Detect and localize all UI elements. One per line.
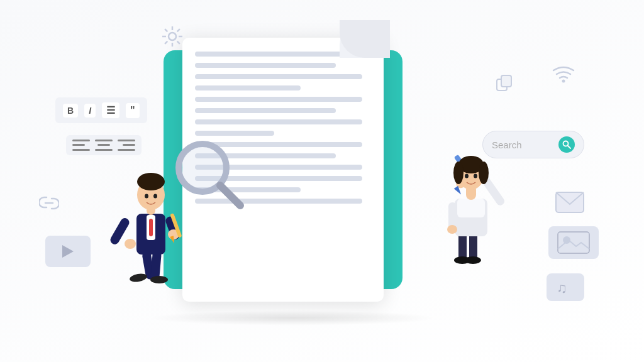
svg-rect-16 bbox=[149, 219, 153, 236]
svg-rect-55 bbox=[558, 232, 589, 253]
italic-button[interactable]: I bbox=[84, 104, 96, 118]
align-left-button[interactable] bbox=[72, 139, 90, 151]
link-icon bbox=[39, 195, 59, 214]
svg-line-53 bbox=[568, 146, 571, 149]
svg-rect-11 bbox=[150, 251, 162, 280]
svg-point-25 bbox=[153, 194, 157, 199]
svg-rect-35 bbox=[457, 199, 485, 217]
svg-point-46 bbox=[479, 162, 489, 184]
doc-line bbox=[195, 97, 362, 102]
doc-line bbox=[195, 52, 362, 57]
svg-point-48 bbox=[474, 174, 477, 178]
svg-point-33 bbox=[465, 256, 481, 264]
search-button[interactable] bbox=[558, 136, 575, 153]
copy-icon bbox=[496, 74, 513, 96]
svg-rect-51 bbox=[501, 75, 511, 87]
svg-line-29 bbox=[220, 185, 240, 206]
gear-icon bbox=[161, 25, 184, 48]
svg-line-8 bbox=[165, 41, 167, 44]
svg-point-0 bbox=[169, 33, 176, 40]
svg-point-12 bbox=[129, 273, 148, 283]
doc-line bbox=[195, 108, 336, 113]
svg-point-38 bbox=[447, 225, 457, 234]
svg-point-13 bbox=[150, 276, 168, 283]
text-toolbar: B I ☰ " bbox=[55, 97, 147, 123]
video-card bbox=[45, 236, 91, 267]
svg-line-6 bbox=[177, 41, 180, 44]
list-button[interactable]: ☰ bbox=[102, 102, 119, 118]
svg-point-19 bbox=[125, 239, 136, 249]
doc-line bbox=[195, 74, 362, 79]
doc-line bbox=[195, 85, 301, 90]
tablet-shadow bbox=[148, 310, 437, 326]
doc-line bbox=[195, 63, 336, 68]
image-card bbox=[548, 226, 599, 259]
svg-point-23 bbox=[137, 173, 165, 190]
music-card: ♫ bbox=[547, 273, 584, 301]
svg-point-49 bbox=[562, 80, 565, 83]
play-icon bbox=[62, 245, 74, 258]
illustration-scene: B I ☰ " bbox=[0, 0, 644, 362]
svg-point-47 bbox=[465, 174, 469, 178]
female-character bbox=[440, 138, 502, 266]
svg-text:♫: ♫ bbox=[557, 280, 567, 296]
svg-line-5 bbox=[165, 29, 167, 31]
male-character bbox=[116, 151, 186, 285]
quote-button[interactable]: " bbox=[126, 103, 140, 118]
align-right-button[interactable] bbox=[118, 139, 135, 151]
align-center-button[interactable] bbox=[95, 139, 113, 151]
mail-icon bbox=[555, 192, 584, 217]
doc-line bbox=[195, 119, 362, 124]
svg-point-45 bbox=[453, 162, 464, 184]
svg-point-24 bbox=[145, 194, 148, 199]
svg-line-7 bbox=[177, 29, 180, 31]
wifi-icon bbox=[551, 63, 576, 87]
bold-button[interactable]: B bbox=[63, 104, 78, 118]
